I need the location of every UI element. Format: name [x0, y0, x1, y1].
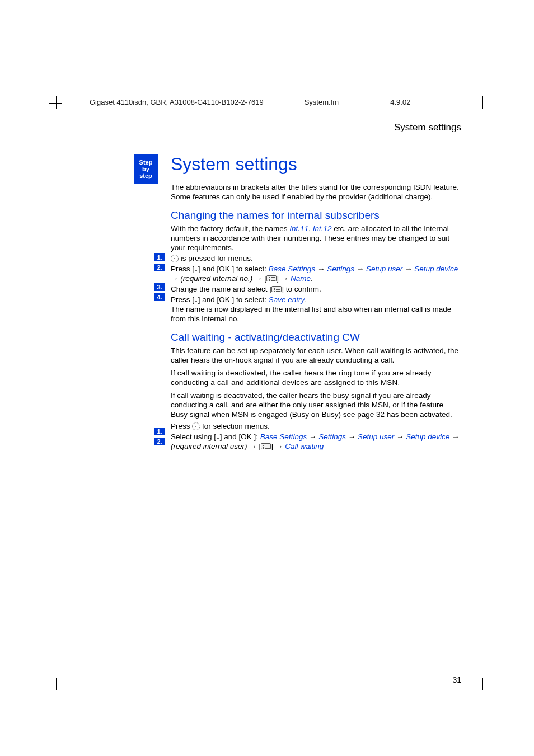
barr2: →	[346, 433, 358, 441]
step-b2: Select using [↓] and [OK ]: Base Setting…	[171, 432, 461, 451]
save-entry: Save entry	[269, 295, 305, 304]
crop-mark	[56, 96, 57, 109]
crop-mark	[49, 683, 62, 683]
step-badge-b1: 1.	[154, 428, 165, 435]
crop-mark	[49, 103, 62, 104]
s4b: ] and [OK ] to select:	[198, 295, 269, 304]
step-b1: Press for selection menus.	[171, 421, 461, 431]
section-a-lead: With the factory default, the names Int.…	[171, 224, 461, 252]
step-badge-3: 3.	[154, 283, 165, 291]
tab-line1: Step	[134, 159, 158, 166]
b-s2a: Select using [	[171, 433, 216, 441]
s4tail: The name is now displayed in the interna…	[171, 305, 451, 323]
path-cw: Call waiting	[285, 442, 324, 450]
b-p2: If call waiting is deactivated, the call…	[171, 368, 461, 387]
int11: Int.11	[289, 224, 308, 233]
s2b: ] and [OK ] to select:	[198, 265, 269, 273]
tab-line3: step	[134, 172, 158, 179]
b-s1b: for selection menus.	[200, 422, 270, 430]
step-a1: is pressed for menus.	[171, 253, 461, 263]
step-by-step-tab: Step by step	[134, 154, 158, 184]
doc-id: Gigaset 4110isdn, GBR, A31008-G4110-B102…	[90, 98, 302, 106]
step-badge-4: 4.	[154, 293, 165, 301]
b-s2b: ] and [OK ]:	[220, 433, 260, 441]
step-badge-1: 1.	[154, 253, 165, 261]
period2: .	[305, 295, 307, 304]
menu-icon	[271, 286, 282, 292]
down-arrow-icon: ↓	[194, 265, 198, 273]
s3b: to confirm.	[284, 285, 321, 293]
s1-text: is pressed for menus.	[179, 254, 253, 262]
s3a: Change the name and select	[171, 285, 269, 293]
content-region: System settings The abbreviations in bra…	[171, 154, 461, 451]
page-header: Gigaset 4110isdn, GBR, A31008-G4110-B102…	[90, 98, 481, 106]
barr3: →	[394, 433, 406, 441]
period1: .	[311, 274, 313, 283]
running-head: System settings	[394, 122, 461, 133]
b-p3: If call waiting is deactivated, the call…	[171, 391, 461, 419]
barr5: →	[273, 442, 285, 450]
path-name: Name	[291, 274, 311, 283]
b-path1: Base Settings	[260, 433, 307, 441]
down-arrow-icon: ↓	[216, 433, 220, 441]
b-path2: Settings	[318, 433, 346, 441]
crop-mark	[56, 678, 57, 690]
arr4: →	[171, 274, 180, 283]
step-badge-b2: 2.	[154, 438, 165, 445]
s4a: Press [	[171, 295, 194, 304]
crop-mark	[482, 96, 483, 109]
path-setupdevice: Setup device	[414, 265, 458, 273]
lead-a: With the factory default, the names	[171, 224, 289, 233]
barr1: →	[307, 433, 318, 441]
tab-line2: by	[134, 166, 158, 172]
b-path3: Setup user	[358, 433, 394, 441]
path-settings: Settings	[327, 265, 354, 273]
crop-mark	[482, 678, 483, 690]
s2a: Press [	[171, 265, 194, 273]
path-base: Base Settings	[269, 265, 315, 273]
step-a2: Press [↓] and [OK ] to select: Base Sett…	[171, 264, 461, 283]
menu-icon	[266, 275, 277, 281]
doc-date: 4.9.02	[390, 98, 446, 106]
req-no: (required internal no.)	[180, 274, 255, 283]
down-arrow-icon: ↓	[194, 295, 198, 304]
arr2: →	[354, 265, 366, 273]
b-s1a: Press	[171, 422, 192, 430]
comma: ,	[308, 224, 313, 233]
section-b-heading: Call waiting - activating/deactivating C…	[171, 331, 461, 344]
step-badge-2: 2.	[154, 264, 165, 271]
arr5: →	[279, 274, 291, 283]
section-a-heading: Changing the names for internal subscrib…	[171, 209, 461, 222]
step-a4: Press [↓] and [OK ] to select: Save entr…	[171, 295, 461, 323]
page-title: System settings	[171, 154, 461, 175]
menu-icon	[261, 443, 271, 449]
intro-text: The abbreviations in brackets after the …	[171, 182, 461, 201]
int12: Int.12	[313, 224, 332, 233]
arr1: →	[315, 265, 327, 273]
nav-icon	[192, 422, 200, 430]
path-setupuser: Setup user	[366, 265, 402, 273]
file-name: System.fm	[305, 98, 388, 106]
header-rule	[134, 135, 461, 135]
arr3: →	[402, 265, 414, 273]
b-path4: Setup device	[406, 433, 449, 441]
barr4: →	[449, 433, 459, 441]
step-a3: Change the name and select [] to confirm…	[171, 284, 461, 294]
b-p1: This feature can be set up separately fo…	[171, 346, 461, 365]
page-number: 31	[452, 675, 461, 684]
req-user: (required internal user)	[171, 442, 249, 450]
nav-icon	[171, 255, 179, 262]
